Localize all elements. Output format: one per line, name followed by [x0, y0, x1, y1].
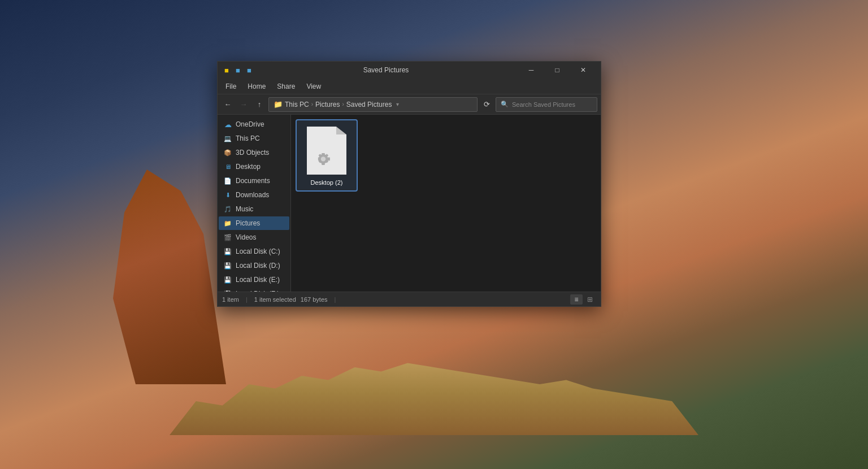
maximize-button[interactable]: □ — [544, 62, 570, 79]
local-e-icon: 💾 — [223, 275, 232, 284]
desktop-icon: 🖥 — [223, 162, 232, 171]
path-folder-icon: 📁 — [274, 100, 283, 108]
sidebar-item-local-f[interactable]: 💾 Local Disk (F:) — [219, 287, 289, 292]
videos-icon: 🎬 — [223, 233, 232, 242]
menu-view[interactable]: View — [301, 80, 327, 93]
path-chevron-2: › — [342, 101, 344, 107]
sidebar-label-music: Music — [236, 205, 253, 213]
menu-bar: File Home Share View — [218, 79, 601, 94]
local-c-icon: 💾 — [223, 247, 232, 256]
status-size: 167 bytes — [301, 296, 328, 303]
doc-icon-container — [307, 127, 346, 175]
view-list-button[interactable]: ≡ — [570, 294, 583, 305]
local-d-icon: 💾 — [223, 261, 232, 270]
sidebar-label-onedrive: OneDrive — [236, 120, 264, 128]
explorer-window: ■ ■ ■ Saved Pictures ─ □ ✕ File Home Sha… — [217, 61, 601, 307]
sidebar-item-onedrive[interactable]: ☁ OneDrive — [219, 118, 289, 131]
svg-rect-5 — [322, 162, 325, 164]
view-grid-button[interactable]: ⊞ — [584, 294, 596, 305]
sidebar-item-this-pc[interactable]: 💻 This PC — [219, 132, 289, 145]
status-sep-2: | — [335, 296, 336, 303]
path-segment-saved: Saved Pictures — [346, 101, 392, 108]
sidebar-label-videos: Videos — [236, 233, 256, 241]
file-item-desktop-2[interactable]: Desktop (2) — [296, 119, 358, 192]
status-sep-1: | — [246, 296, 248, 303]
refresh-button[interactable]: ⟳ — [480, 98, 493, 111]
status-item-count: 1 item — [222, 296, 239, 303]
sidebar-label-desktop: Desktop — [236, 163, 261, 171]
downloads-icon: ⬇ — [223, 190, 232, 199]
sidebar-label-local-c: Local Disk (C:) — [236, 247, 280, 255]
svg-rect-4 — [322, 153, 325, 155]
sidebar-label-this-pc: This PC — [236, 134, 260, 142]
window-title: Saved Pictures — [254, 66, 518, 74]
sidebar-item-music[interactable]: 🎵 Music — [219, 202, 289, 216]
file-label: Desktop (2) — [311, 179, 343, 186]
view-toggle: ≡ ⊞ — [570, 294, 596, 305]
sidebar-label-local-e: Local Disk (E:) — [236, 276, 280, 284]
pictures-icon: 📁 — [223, 219, 232, 228]
onedrive-icon: ☁ — [223, 120, 232, 129]
this-pc-icon: 💻 — [223, 134, 232, 143]
forward-button[interactable]: → — [237, 98, 250, 111]
up-button[interactable]: ↑ — [253, 98, 266, 111]
sidebar-item-downloads[interactable]: ⬇ Downloads — [219, 188, 289, 202]
svg-marker-1 — [336, 127, 346, 134]
menu-home[interactable]: Home — [242, 80, 271, 93]
music-icon: 🎵 — [223, 205, 232, 214]
file-area: Desktop (2) — [291, 115, 601, 292]
svg-rect-7 — [328, 157, 330, 160]
svg-point-3 — [321, 157, 326, 161]
close-button[interactable]: ✕ — [570, 62, 596, 79]
sidebar-label-pictures: Pictures — [236, 219, 260, 227]
documents-icon: 📄 — [223, 176, 232, 185]
sidebar-label-downloads: Downloads — [236, 191, 269, 199]
content-area: ☁ OneDrive 💻 This PC 📦 3D Objects 🖥 Desk… — [218, 115, 601, 292]
app-icon-blue2: ■ — [245, 66, 254, 75]
address-bar: ← → ↑ 📁 This PC › Pictures › Saved Pictu… — [218, 94, 601, 115]
minimize-button[interactable]: ─ — [518, 62, 544, 79]
file-svg-icon — [307, 127, 346, 175]
path-segment-pictures: Pictures — [315, 101, 340, 108]
status-bar: 1 item | 1 item selected 167 bytes | ≡ ⊞ — [218, 292, 601, 306]
file-icon-wrapper — [301, 125, 352, 176]
sidebar: ☁ OneDrive 💻 This PC 📦 3D Objects 🖥 Desk… — [218, 115, 291, 292]
sidebar-item-local-c[interactable]: 💾 Local Disk (C:) — [219, 245, 289, 258]
back-button[interactable]: ← — [221, 98, 235, 111]
path-segment-pc: This PC — [285, 101, 309, 108]
sidebar-item-desktop[interactable]: 🖥 Desktop — [219, 160, 289, 173]
sidebar-item-videos[interactable]: 🎬 Videos — [219, 231, 289, 244]
sidebar-item-3d-objects[interactable]: 📦 3D Objects — [219, 146, 289, 159]
address-path[interactable]: 📁 This PC › Pictures › Saved Pictures ▾ — [268, 97, 478, 112]
sidebar-item-local-e[interactable]: 💾 Local Disk (E:) — [219, 273, 289, 286]
status-selected: 1 item selected — [254, 296, 296, 303]
path-chevron-1: › — [311, 101, 313, 107]
sidebar-item-documents[interactable]: 📄 Documents — [219, 174, 289, 188]
sidebar-item-local-d[interactable]: 💾 Local Disk (D:) — [219, 259, 289, 272]
menu-share[interactable]: Share — [271, 80, 301, 93]
search-box[interactable]: 🔍 Search Saved Pictures — [496, 97, 597, 112]
sidebar-item-pictures[interactable]: 📁 Pictures — [219, 216, 289, 230]
sidebar-label-3d-objects: 3D Objects — [236, 149, 269, 157]
title-bar: ■ ■ ■ Saved Pictures ─ □ ✕ — [218, 62, 601, 79]
menu-file[interactable]: File — [220, 80, 242, 93]
search-icon: 🔍 — [501, 101, 509, 108]
sidebar-label-documents: Documents — [236, 177, 270, 185]
sidebar-label-local-d: Local Disk (D:) — [236, 262, 280, 270]
path-dropdown-icon: ▾ — [396, 101, 399, 107]
window-controls: ─ □ ✕ — [518, 62, 596, 79]
search-placeholder: Search Saved Pictures — [512, 101, 575, 108]
3d-objects-icon: 📦 — [223, 148, 232, 157]
app-icon-yellow: ■ — [222, 66, 231, 75]
app-icon-blue1: ■ — [233, 66, 242, 75]
title-bar-icons: ■ ■ ■ — [222, 66, 254, 75]
